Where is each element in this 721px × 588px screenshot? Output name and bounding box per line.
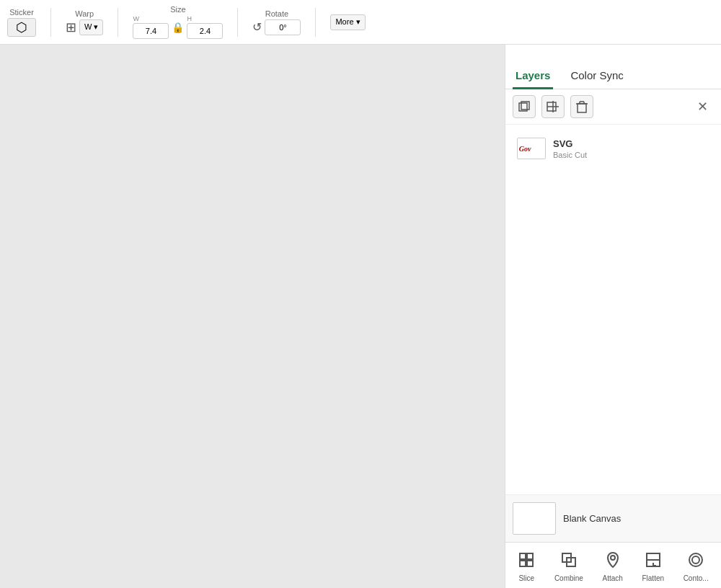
main-area: 8 9 10 11 12 13 14 15 [0, 45, 721, 588]
warp-group: Warp ⊞ W ▾ [66, 9, 103, 35]
lock-icon: 🔒 [172, 22, 184, 33]
height-input[interactable] [187, 23, 223, 39]
blank-canvas-thumbnail [513, 502, 556, 535]
w-spinners: W [133, 15, 169, 39]
tab-layers[interactable]: Layers [513, 63, 553, 89]
canvas-area: 8 9 10 11 12 13 14 15 [0, 45, 505, 588]
rotate-icon: ↺ [252, 20, 262, 34]
rotate-group: Rotate ↺ [252, 9, 301, 35]
add-icon [547, 100, 559, 113]
sep3 [237, 8, 238, 37]
panel-content: Gov SVG Basic Cut [505, 125, 721, 494]
attach-button[interactable]: Attach [597, 548, 629, 585]
slice-label: Slice [518, 574, 534, 582]
combine-button[interactable]: Combine [549, 548, 589, 585]
svg-rect-12 [578, 104, 586, 112]
tab-color-sync[interactable]: Color Sync [567, 63, 626, 89]
size-label: Size [170, 5, 185, 14]
panel-tabs: Layers Color Sync [505, 45, 721, 89]
attach-label: Attach [603, 574, 623, 582]
delete-icon [575, 100, 588, 113]
layer-name: SVG [553, 138, 587, 149]
rotate-controls: ↺ [252, 19, 301, 35]
panel-toolbar: ✕ [505, 89, 721, 125]
duplicate-icon [518, 100, 531, 113]
sticker-group: Sticker ⬡ [7, 8, 36, 37]
add-layer-button[interactable] [541, 95, 565, 118]
more-button[interactable]: More ▾ [330, 14, 365, 30]
panel-bottom-icons: Slice Combine [508, 548, 718, 585]
right-panel: Layers Color Sync [505, 45, 721, 588]
warp-icon: ⊞ [66, 19, 76, 35]
layer-thumbnail: Gov [517, 138, 546, 159]
contour-label: Conto... [684, 574, 709, 582]
sep4 [315, 8, 316, 37]
sticker-label: Sticker [9, 8, 34, 17]
svg-text:Gov: Gov [519, 145, 531, 153]
size-group: Size W 🔒 H [133, 5, 223, 39]
sep1 [50, 8, 51, 37]
contour-button[interactable]: Conto... [678, 548, 715, 585]
slice-icon [518, 551, 535, 573]
blank-canvas-label: Blank Canvas [563, 513, 621, 524]
flatten-label: Flatten [642, 574, 664, 582]
svg-rect-21 [527, 561, 533, 566]
svg-rect-20 [520, 561, 526, 566]
contour-icon [687, 551, 704, 573]
blank-canvas-item[interactable]: Blank Canvas [513, 502, 714, 535]
slice-button[interactable]: Slice [512, 548, 541, 585]
rotate-label: Rotate [265, 9, 288, 18]
blank-canvas-section: Blank Canvas [505, 494, 721, 542]
layer-type: Basic Cut [553, 151, 587, 159]
width-input[interactable] [133, 23, 169, 39]
attach-icon [604, 551, 622, 573]
h-spinners: H [187, 15, 223, 39]
close-panel-button[interactable]: ✕ [691, 95, 714, 118]
combine-label: Combine [554, 574, 583, 582]
combine-icon [560, 551, 578, 573]
svg-point-28 [692, 556, 699, 564]
sep2 [118, 8, 118, 37]
warp-controls: ⊞ W ▾ [66, 19, 103, 35]
svg-rect-18 [520, 553, 526, 559]
flatten-icon [645, 551, 662, 573]
svg-rect-19 [527, 553, 533, 559]
duplicate-layer-button[interactable] [513, 95, 536, 118]
warp-label: Warp [75, 9, 94, 18]
rotate-input[interactable] [265, 19, 301, 35]
layer-info: SVG Basic Cut [553, 138, 587, 159]
sticker-icon[interactable]: ⬡ [7, 18, 36, 37]
layer-preview-svg: Gov [518, 139, 544, 158]
warp-btn[interactable]: W ▾ [79, 19, 103, 35]
svg-point-27 [689, 553, 702, 566]
delete-layer-button[interactable] [570, 95, 593, 118]
size-controls: W 🔒 H [133, 15, 223, 39]
svg-point-24 [611, 556, 615, 560]
layer-item[interactable]: Gov SVG Basic Cut [513, 132, 714, 165]
panel-bottom: Slice Combine [505, 542, 721, 588]
flatten-button[interactable]: Flatten [636, 548, 670, 585]
top-toolbar: Sticker ⬡ Warp ⊞ W ▾ Size W 🔒 H Rotate ↺ [0, 0, 721, 45]
close-icon: ✕ [697, 99, 708, 115]
